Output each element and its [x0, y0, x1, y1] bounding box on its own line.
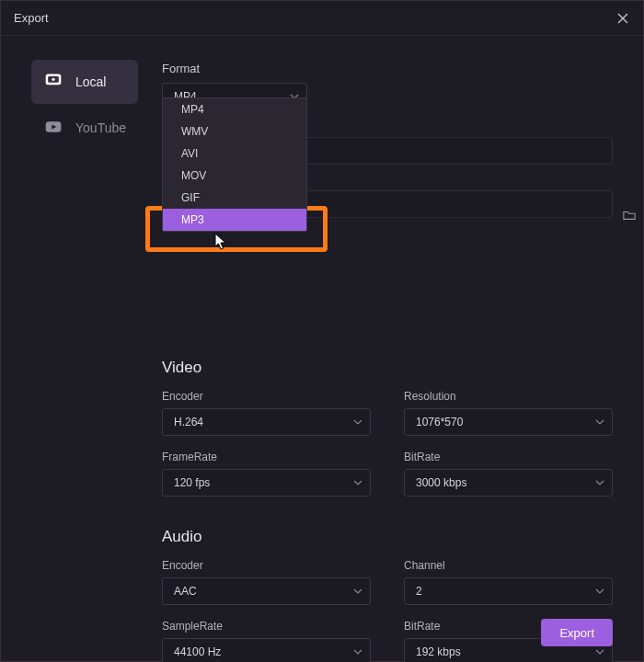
- audio-encoder-label: Encoder: [162, 559, 371, 572]
- format-option-mp3[interactable]: MP3: [163, 209, 306, 231]
- audio-bitrate-value: 192 kbps: [416, 645, 461, 658]
- samplerate-label: SampleRate: [162, 620, 371, 633]
- titlebar: Export: [1, 1, 643, 36]
- channel-label: Channel: [404, 559, 613, 572]
- format-option-gif[interactable]: GIF: [163, 187, 306, 209]
- svg-point-2: [52, 77, 54, 80]
- audio-encoder-value: AAC: [174, 585, 197, 598]
- format-dropdown: MP4 WMV AVI MOV GIF MP3: [162, 97, 307, 232]
- chevron-down-icon: [595, 417, 604, 427]
- format-option-mov[interactable]: MOV: [163, 165, 306, 187]
- video-framerate-value: 120 fps: [174, 476, 210, 489]
- audio-samplerate-value: 44100 Hz: [174, 645, 221, 658]
- video-resolution-select[interactable]: 1076*570: [404, 408, 613, 436]
- close-icon[interactable]: [615, 11, 630, 26]
- youtube-icon: [44, 118, 63, 139]
- audio-channel-select[interactable]: 2: [404, 577, 613, 605]
- framerate-label: FrameRate: [162, 451, 371, 463]
- chevron-down-icon: [353, 417, 362, 427]
- sidebar: Local YouTube: [1, 36, 162, 661]
- video-encoder-value: H.264: [174, 416, 203, 428]
- cursor-pointer-icon: [214, 233, 227, 251]
- format-option-avi[interactable]: AVI: [163, 143, 306, 165]
- chevron-down-icon: [353, 478, 362, 487]
- encoder-label: Encoder: [162, 390, 371, 403]
- video-section-title: Video: [162, 359, 613, 377]
- audio-channel-value: 2: [416, 585, 422, 598]
- chevron-down-icon: [353, 647, 362, 656]
- audio-samplerate-select[interactable]: 44100 Hz: [162, 638, 371, 662]
- sidebar-item-label: Local: [75, 74, 106, 89]
- bitrate-label: BitRate: [404, 451, 613, 463]
- video-bitrate-value: 3000 kbps: [416, 476, 466, 489]
- export-dialog: Export Local YouTube Format: [0, 0, 644, 662]
- audio-encoder-select[interactable]: AAC: [162, 577, 371, 605]
- audio-section-title: Audio: [162, 528, 613, 546]
- sidebar-item-local[interactable]: Local: [31, 60, 138, 104]
- video-encoder-select[interactable]: H.264: [162, 408, 371, 436]
- sidebar-item-youtube[interactable]: YouTube: [31, 106, 138, 150]
- format-label: Format: [162, 62, 613, 75]
- window-title: Export: [14, 11, 49, 25]
- main-panel: Format MP4 MP4 WMV AVI MOV GIF MP3: [162, 36, 643, 661]
- folder-icon[interactable]: [623, 209, 636, 222]
- video-resolution-value: 1076*570: [416, 416, 463, 428]
- chevron-down-icon: [595, 478, 604, 487]
- chevron-down-icon: [595, 647, 604, 656]
- format-option-wmv[interactable]: WMV: [163, 120, 306, 143]
- chevron-down-icon: [353, 587, 362, 596]
- sidebar-item-label: YouTube: [75, 120, 126, 135]
- chevron-down-icon: [595, 587, 604, 596]
- resolution-label: Resolution: [404, 390, 613, 403]
- monitor-icon: [44, 72, 63, 93]
- video-framerate-select[interactable]: 120 fps: [162, 469, 371, 496]
- video-bitrate-select[interactable]: 3000 kbps: [404, 469, 613, 496]
- export-button[interactable]: Export: [541, 619, 613, 646]
- format-option-mp4[interactable]: MP4: [163, 98, 306, 120]
